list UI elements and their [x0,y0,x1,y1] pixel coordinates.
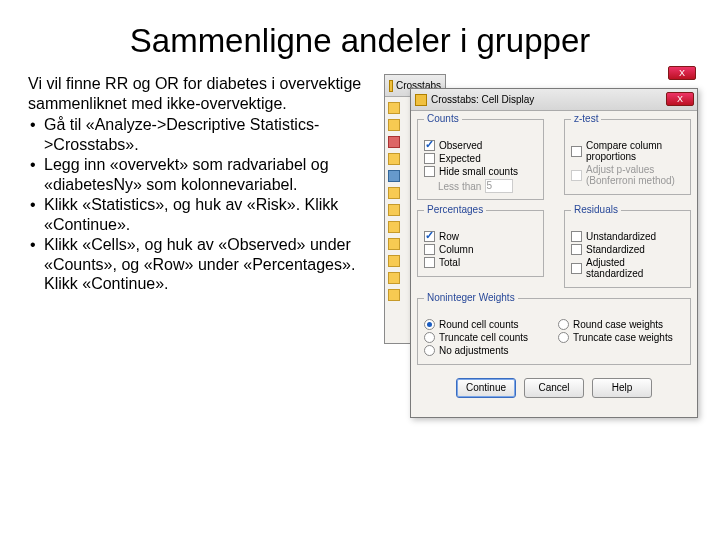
var-icon [388,102,400,114]
residuals-group: Residuals Unstandardized Standardized Ad… [564,210,691,288]
slide-title: Sammenligne andeler i grupper [0,0,720,74]
radio-icon [558,319,569,330]
checkbox-label: Row [439,231,459,242]
checkbox-icon [424,166,435,177]
radio-label: Truncate case weights [573,332,673,343]
bullet-item: Legg inn «overvekt» som radvariabel og «… [28,155,378,194]
observed-checkbox[interactable]: Observed [424,140,537,151]
expected-checkbox[interactable]: Expected [424,153,537,164]
checkbox-label: Adjusted standardized [586,257,684,279]
var-icon [388,136,400,148]
close-icon[interactable]: X [668,66,696,80]
truncate-cell-radio[interactable]: Truncate cell counts [424,332,550,343]
row-checkbox[interactable]: Row [424,231,537,242]
checkbox-icon [571,263,582,274]
radio-icon [558,332,569,343]
dialog-title: Crosstabs: Cell Display [431,94,534,105]
truncate-case-radio[interactable]: Truncate case weights [558,332,684,343]
bullet-item: Gå til «Analyze->Descriptive Statistics-… [28,115,378,154]
var-icon [388,255,400,267]
radio-label: Round case weights [573,319,663,330]
column-checkbox[interactable]: Column [424,244,537,255]
adjust-checkbox: Adjust p-values (Bonferroni method) [571,164,684,186]
lessthan-field[interactable]: 5 [485,179,513,193]
checkbox-icon [424,140,435,151]
screenshot-column: Crosstabs X Crosstabs: Cell Dis [384,74,692,295]
checkbox-label: Total [439,257,460,268]
dialog-titlebar: Crosstabs: Cell Display X [411,89,697,111]
var-icon [388,170,400,182]
checkbox-icon [571,244,582,255]
var-icon [388,238,400,250]
bullet-list: Gå til «Analyze->Descriptive Statistics-… [28,115,378,294]
bullet-item: Klikk «Statistics», og huk av «Risk». Kl… [28,195,378,234]
unstandardized-checkbox[interactable]: Unstandardized [571,231,684,242]
checkbox-label: Adjust p-values (Bonferroni method) [586,164,684,186]
var-icon [388,187,400,199]
standardized-checkbox[interactable]: Standardized [571,244,684,255]
checkbox-icon [571,231,582,242]
radio-icon [424,319,435,330]
group-title: z-test [571,113,601,124]
total-checkbox[interactable]: Total [424,257,537,268]
checkbox-icon [424,231,435,242]
checkbox-icon [571,146,582,157]
intro-text: Vi vil finne RR og OR for diabetes i ove… [28,74,378,113]
radio-label: Round cell counts [439,319,519,330]
checkbox-icon [424,244,435,255]
dialog-icon [415,94,427,106]
var-icon [388,153,400,165]
var-icon [388,204,400,216]
continue-button[interactable]: Continue [456,378,516,398]
content-area: Vi vil finne RR og OR for diabetes i ove… [0,74,720,295]
checkbox-label: Standardized [586,244,645,255]
radio-label: No adjustments [439,345,508,356]
var-icon [388,272,400,284]
checkbox-label: Column [439,244,473,255]
help-button[interactable]: Help [592,378,652,398]
checkbox-label: Observed [439,140,482,151]
group-title: Noninteger Weights [424,292,518,303]
text-column: Vi vil finne RR og OR for diabetes i ove… [28,74,378,295]
weights-group: Noninteger Weights Round cell counts Tru… [417,298,691,365]
cancel-button[interactable]: Cancel [524,378,584,398]
var-icon [388,221,400,233]
lessthan-row: Less than 5 [438,179,537,193]
lessthan-label: Less than [438,181,481,192]
bullet-item: Klikk «Cells», og huk av «Observed» unde… [28,235,378,294]
checkbox-label: Unstandardized [586,231,656,242]
checkbox-icon [424,257,435,268]
round-case-radio[interactable]: Round case weights [558,319,684,330]
compare-checkbox[interactable]: Compare column proportions [571,140,684,162]
var-icon [388,289,400,301]
checkbox-label: Compare column proportions [586,140,684,162]
no-adjust-radio[interactable]: No adjustments [424,345,550,356]
radio-icon [424,345,435,356]
close-icon[interactable]: X [666,92,694,106]
group-title: Counts [424,113,462,124]
radio-icon [424,332,435,343]
hide-small-checkbox[interactable]: Hide small counts [424,166,537,177]
group-title: Percentages [424,204,486,215]
round-cell-radio[interactable]: Round cell counts [424,319,550,330]
cell-display-dialog: Crosstabs: Cell Display X Counts Observe… [410,88,698,418]
checkbox-icon [571,170,582,181]
checkbox-icon [424,153,435,164]
var-icon [388,119,400,131]
counts-group: Counts Observed Expected Hide small coun… [417,119,544,200]
app-icon [389,80,393,92]
button-row: Continue Cancel Help [411,370,697,402]
percentages-group: Percentages Row Column Total [417,210,544,277]
group-title: Residuals [571,204,621,215]
checkbox-label: Hide small counts [439,166,518,177]
adj-standardized-checkbox[interactable]: Adjusted standardized [571,257,684,279]
radio-label: Truncate cell counts [439,332,528,343]
ztest-group: z-test Compare column proportions Adjust… [564,119,691,195]
checkbox-label: Expected [439,153,481,164]
